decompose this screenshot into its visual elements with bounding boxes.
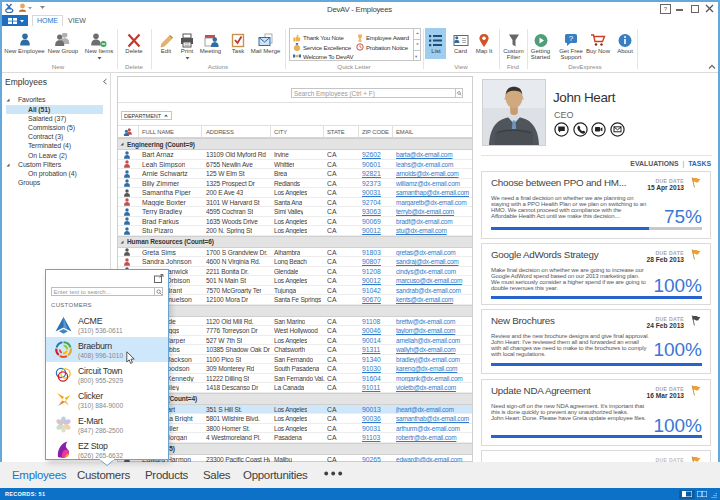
svg-text:?: ? [569,34,574,43]
